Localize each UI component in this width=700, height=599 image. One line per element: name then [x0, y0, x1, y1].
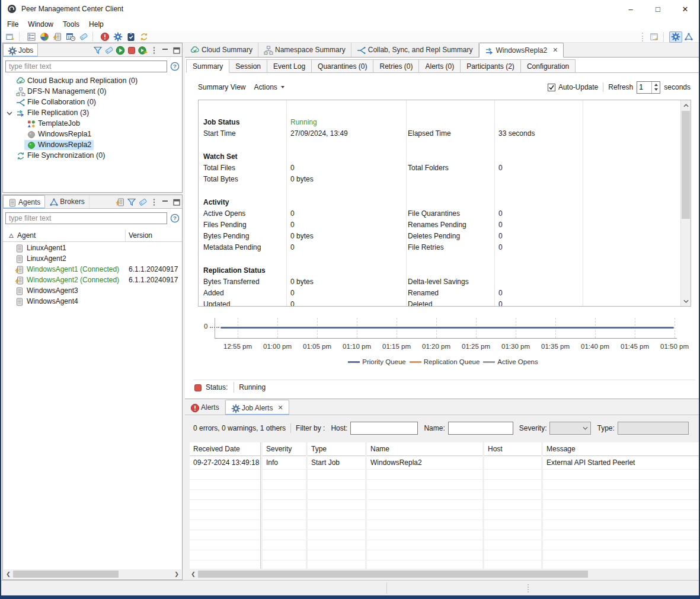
agent-row[interactable]: WindowsAgent4	[3, 296, 182, 307]
refresh-interval-input[interactable]	[637, 82, 651, 93]
subtab-retries-0[interactable]: Retries (0)	[373, 59, 419, 73]
minimize-icon[interactable]	[161, 46, 169, 54]
view-menu-icon[interactable]	[149, 46, 158, 54]
management-perspective-icon[interactable]	[669, 31, 682, 43]
scroll-right-icon[interactable]: ❯	[172, 569, 181, 579]
scrollbar-thumb[interactable]	[13, 571, 119, 578]
severity-filter-dropdown[interactable]	[549, 422, 591, 435]
menu-file[interactable]: File	[2, 19, 23, 30]
tab-jobs[interactable]: Jobs	[3, 43, 38, 57]
tab-alerts[interactable]: Alerts	[185, 400, 225, 415]
column-header-version[interactable]: Version	[129, 231, 152, 240]
menu-tools[interactable]: Tools	[58, 19, 84, 30]
scroll-left-icon[interactable]: ❮	[188, 569, 198, 579]
refresh-interval-spinner[interactable]	[637, 81, 660, 94]
editor-tab-windowsrepla2[interactable]: WindowsRepla2✕	[479, 43, 564, 58]
start-job-icon[interactable]	[116, 46, 124, 54]
peer-sphere-icon[interactable]	[38, 31, 51, 42]
install-agent-icon[interactable]	[116, 197, 124, 206]
tree-item-file-synchronization-0[interactable]: File Synchronization (0)	[3, 150, 182, 161]
close-tab-icon[interactable]: ✕	[552, 46, 558, 54]
help-icon[interactable]: ?	[170, 214, 180, 223]
alerts-horizontal-scrollbar[interactable]: ❮	[188, 569, 699, 579]
expander-icon[interactable]	[5, 109, 13, 117]
menu-help[interactable]: Help	[84, 19, 108, 30]
install-agent-icon[interactable]	[51, 31, 64, 42]
tree-item-dfs-n-management-0[interactable]: DFS-N Management (0)	[3, 86, 182, 97]
host-filter-input[interactable]	[350, 422, 418, 435]
spinner-up-icon[interactable]	[652, 82, 660, 88]
scroll-left-icon[interactable]: ❮	[4, 569, 13, 579]
column-header[interactable]: Host	[484, 442, 541, 456]
column-header[interactable]: Name	[367, 442, 482, 456]
close-tab-icon[interactable]: ✕	[277, 404, 283, 412]
menu-window[interactable]: Window	[23, 19, 58, 30]
alert-cell[interactable]: Start Job	[308, 456, 365, 470]
tab-agents[interactable]: Agents	[3, 195, 45, 209]
tree-item-file-collaboration-0[interactable]: File Collaboration (0)	[3, 97, 182, 107]
maximize-button[interactable]: □	[644, 0, 672, 18]
agent-row[interactable]: WindowsAgent1 (Connected)6.1.1.20240917	[3, 264, 182, 275]
agent-row[interactable]: WindowsAgent2 (Connected)6.1.1.20240917	[3, 275, 182, 285]
spinner-down-icon[interactable]	[652, 87, 660, 93]
scrollbar-thumb[interactable]	[198, 571, 588, 578]
editor-tab-namespace-summary[interactable]: Namespace Summary	[258, 43, 351, 57]
scroll-down-icon[interactable]	[681, 296, 691, 306]
settings-gear-icon[interactable]	[111, 31, 124, 42]
alert-cell[interactable]: 09-27-2024 13:49:18	[190, 456, 260, 470]
agent-row[interactable]: WindowsAgent3	[3, 285, 182, 296]
subtab-participants-2[interactable]: Participants (2)	[461, 59, 521, 73]
alert-cell[interactable]	[484, 456, 541, 470]
maximize-icon[interactable]	[688, 402, 696, 410]
statusbar-grip[interactable]	[528, 584, 529, 592]
column-header[interactable]: Received Date	[190, 442, 260, 456]
column-header-agent[interactable]: Agent	[17, 231, 36, 240]
tree-item-file-replication-3[interactable]: File Replication (3)	[3, 107, 182, 118]
column-header[interactable]: Severity	[263, 442, 306, 456]
subtab-summary[interactable]: Summary	[186, 59, 229, 73]
alerts-icon[interactable]	[98, 31, 111, 42]
alert-cell[interactable]: WindowsRepla2	[367, 456, 482, 470]
tasks-icon[interactable]	[124, 31, 138, 42]
tree-item-windowsrepla2[interactable]: WindowsRepla2	[3, 139, 182, 150]
editor-tab-collab-sync-and-repl-summary[interactable]: Collab, Sync, and Repl Summary	[351, 43, 479, 57]
schedule-icon[interactable]: 12	[64, 31, 77, 42]
tree-item-windowsrepla1[interactable]: WindowsRepla1	[3, 129, 182, 139]
name-filter-input[interactable]	[448, 422, 513, 435]
open-perspective-icon[interactable]	[648, 31, 661, 43]
help-icon[interactable]: ?	[170, 62, 180, 71]
minimize-button[interactable]: –	[617, 0, 644, 18]
subtab-configuration[interactable]: Configuration	[521, 59, 576, 73]
alert-cell[interactable]: External API Started Peerlet	[543, 456, 699, 470]
agents-horizontal-scrollbar[interactable]: ❮ ❯	[4, 569, 181, 579]
maximize-icon[interactable]	[172, 46, 180, 54]
tags-icon[interactable]	[77, 31, 90, 42]
subtab-alerts-0[interactable]: Alerts (0)	[419, 59, 461, 73]
auto-update-checkbox[interactable]	[548, 84, 555, 91]
refresh-agents-icon[interactable]	[138, 31, 151, 42]
tag-icon[interactable]	[138, 197, 146, 206]
agent-row[interactable]: LinuxAgent1	[3, 243, 182, 253]
agent-row[interactable]: LinuxAgent2	[3, 253, 182, 264]
tag-icon[interactable]	[104, 46, 113, 54]
subtab-quarantines-0[interactable]: Quarantines (0)	[312, 59, 373, 73]
filter-icon[interactable]	[127, 197, 135, 206]
actions-dropdown[interactable]: Actions	[254, 83, 284, 91]
tree-item-cloud-backup-and-replication-0[interactable]: Cloud Backup and Replication (0)	[3, 75, 182, 86]
editor-tab-cloud-summary[interactable]: Cloud Summary	[185, 43, 258, 57]
scroll-up-icon[interactable]	[681, 100, 691, 110]
tab-brokers[interactable]: Brokers	[45, 195, 89, 208]
view-menu-icon[interactable]	[149, 197, 158, 206]
alert-cell[interactable]: Info	[263, 456, 306, 470]
subtab-event-log[interactable]: Event Log	[267, 59, 312, 73]
maximize-icon[interactable]	[172, 197, 180, 206]
agents-filter-input[interactable]	[5, 212, 167, 224]
summary-vertical-scrollbar[interactable]	[680, 100, 691, 306]
jobs-filter-input[interactable]	[5, 60, 167, 72]
subtab-session[interactable]: Session	[229, 59, 267, 73]
stop-job-icon[interactable]	[127, 46, 135, 54]
minimize-icon[interactable]	[674, 402, 682, 410]
brokers-perspective-icon[interactable]	[682, 31, 695, 43]
close-button[interactable]: ✕	[672, 0, 699, 18]
column-header[interactable]: Message	[543, 442, 699, 456]
